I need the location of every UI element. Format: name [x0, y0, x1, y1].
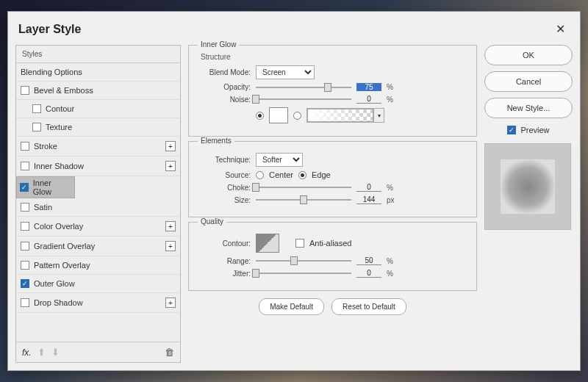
style-label: Stroke — [34, 142, 57, 151]
cancel-button[interactable]: Cancel — [484, 71, 573, 92]
style-label: Color Overlay — [34, 222, 83, 231]
choke-unit: % — [387, 184, 397, 192]
blend-mode-label: Blend Mode: — [196, 68, 251, 76]
style-row-color-overlay[interactable]: Color Overlay+ — [16, 217, 180, 237]
quality-label: Quality — [198, 217, 226, 226]
panel-title: Inner Glow — [198, 40, 239, 48]
choke-label: Choke: — [196, 184, 251, 192]
style-checkbox[interactable] — [21, 261, 29, 270]
style-row-inner-glow[interactable]: ✓Inner Glow — [16, 176, 75, 198]
move-up-icon[interactable]: ⬆ — [37, 347, 46, 358]
make-default-button[interactable]: Make Default — [259, 298, 324, 315]
right-panel: OK Cancel New Style... ✓ Preview — [484, 45, 573, 363]
fx-icon[interactable]: fx. — [22, 347, 32, 358]
style-row-inner-shadow[interactable]: Inner Shadow+ — [16, 156, 180, 176]
range-slider[interactable] — [256, 260, 351, 262]
trash-icon[interactable]: 🗑 — [165, 347, 174, 358]
style-row-satin[interactable]: Satin — [16, 198, 180, 217]
settings-panel: Inner Glow Structure Blend Mode: Screen … — [188, 45, 477, 363]
dialog-title: Layer Style — [18, 23, 81, 36]
chevron-down-icon[interactable]: ▾ — [373, 109, 384, 122]
choke-input[interactable] — [356, 183, 381, 192]
style-checkbox[interactable] — [21, 242, 29, 251]
elements-label: Elements — [198, 137, 234, 145]
range-unit: % — [387, 257, 397, 265]
preview-thumbnail — [484, 143, 571, 230]
opacity-unit: % — [387, 83, 397, 91]
style-label: Outer Glow — [34, 279, 75, 288]
quality-fieldset: Quality Contour: Anti-aliased Range: % J… — [188, 222, 477, 291]
style-row-blending-options[interactable]: Blending Options — [16, 63, 180, 82]
source-edge-radio[interactable] — [298, 171, 306, 179]
style-label: Blending Options — [21, 68, 82, 76]
style-row-pattern-overlay[interactable]: Pattern Overlay — [16, 256, 180, 275]
style-row-texture[interactable]: Texture — [16, 118, 180, 137]
style-row-contour[interactable]: Contour — [16, 100, 180, 118]
color-radio[interactable] — [256, 112, 264, 120]
layer-style-dialog: Layer Style ✕ Styles Blending OptionsBev… — [7, 11, 581, 371]
source-center-label: Center — [269, 170, 293, 179]
size-unit: px — [387, 196, 397, 204]
style-checkbox[interactable] — [21, 203, 29, 212]
size-slider[interactable] — [256, 199, 351, 201]
style-checkbox[interactable] — [21, 86, 29, 95]
move-down-icon[interactable]: ⬇ — [51, 347, 60, 358]
gradient-radio[interactable] — [293, 112, 301, 120]
style-label: Contour — [46, 104, 74, 113]
style-row-gradient-overlay[interactable]: Gradient Overlay+ — [16, 237, 180, 256]
preview-checkbox[interactable]: ✓ — [507, 126, 516, 134]
add-effect-icon[interactable]: + — [165, 221, 176, 231]
contour-picker[interactable] — [256, 234, 279, 253]
contour-label: Contour: — [196, 239, 251, 248]
style-label: Inner Shadow — [34, 162, 84, 170]
styles-header: Styles — [16, 46, 180, 63]
technique-select[interactable]: Softer — [256, 153, 303, 167]
add-effect-icon[interactable]: + — [165, 241, 176, 251]
style-checkbox[interactable] — [21, 298, 29, 307]
style-checkbox[interactable] — [21, 222, 29, 231]
style-row-bevel-emboss[interactable]: Bevel & Emboss — [16, 82, 180, 100]
style-checkbox[interactable] — [21, 142, 29, 151]
style-checkbox[interactable] — [21, 162, 29, 170]
noise-slider[interactable] — [256, 98, 351, 100]
jitter-input[interactable] — [356, 269, 381, 278]
style-label: Drop Shadow — [34, 298, 83, 307]
jitter-slider[interactable] — [256, 273, 351, 274]
style-row-stroke[interactable]: Stroke+ — [16, 137, 180, 156]
range-input[interactable] — [356, 256, 381, 265]
range-label: Range: — [196, 257, 251, 265]
antialiased-checkbox[interactable] — [295, 239, 304, 248]
styles-panel: Styles Blending OptionsBevel & EmbossCon… — [15, 45, 181, 363]
styles-footer: fx. ⬆ ⬇ 🗑 — [16, 342, 180, 362]
reset-default-button[interactable]: Reset to Default — [331, 298, 406, 315]
style-checkbox[interactable] — [32, 123, 41, 131]
source-center-radio[interactable] — [256, 171, 264, 179]
opacity-input[interactable] — [356, 83, 381, 91]
ok-button[interactable]: OK — [484, 45, 573, 65]
opacity-slider[interactable] — [256, 87, 351, 88]
gradient-picker[interactable]: ▾ — [306, 108, 384, 123]
titlebar: Layer Style ✕ — [8, 12, 580, 45]
close-icon[interactable]: ✕ — [551, 21, 570, 37]
noise-input[interactable] — [356, 95, 381, 104]
style-checkbox[interactable] — [32, 104, 41, 113]
jitter-unit: % — [387, 270, 397, 278]
choke-slider[interactable] — [256, 187, 351, 188]
elements-fieldset: Elements Technique: Softer Source: Cente… — [188, 141, 477, 217]
color-swatch[interactable] — [269, 107, 288, 123]
style-checkbox[interactable]: ✓ — [20, 183, 29, 192]
style-checkbox[interactable]: ✓ — [21, 279, 29, 288]
jitter-label: Jitter: — [196, 270, 251, 278]
add-effect-icon[interactable]: + — [165, 141, 176, 151]
antialiased-label: Anti-aliased — [309, 239, 351, 248]
blend-mode-select[interactable]: Screen — [256, 65, 315, 79]
structure-fieldset: Inner Glow Structure Blend Mode: Screen … — [188, 45, 477, 137]
size-input[interactable] — [356, 195, 381, 204]
add-effect-icon[interactable]: + — [165, 161, 176, 171]
style-row-outer-glow[interactable]: ✓Outer Glow — [16, 275, 180, 293]
style-row-drop-shadow[interactable]: Drop Shadow+ — [16, 293, 180, 313]
noise-label: Noise: — [196, 96, 251, 104]
new-style-button[interactable]: New Style... — [484, 98, 573, 118]
style-label: Gradient Overlay — [34, 242, 95, 251]
add-effect-icon[interactable]: + — [165, 298, 176, 308]
